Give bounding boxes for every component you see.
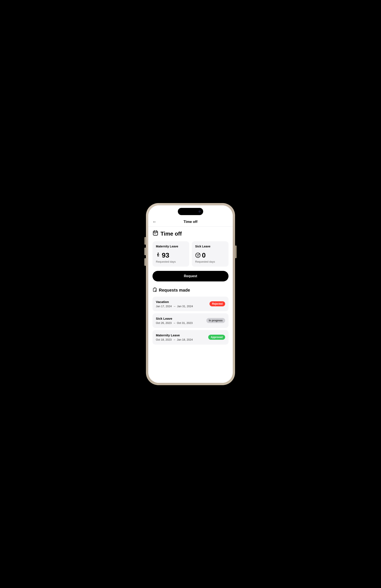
request-vacation-dates: Jan 17, 2024 → Jan 31, 2024 xyxy=(156,305,209,308)
page-header: Time off xyxy=(153,230,228,237)
request-item-maternity-info: Maternity Leave Oct 18, 2023 → Jan 18, 2… xyxy=(156,333,208,341)
svg-point-10 xyxy=(196,253,200,257)
svg-rect-5 xyxy=(155,233,156,234)
sick-icon xyxy=(195,252,201,258)
svg-rect-0 xyxy=(153,231,158,235)
maternity-card-title: Maternity Leave xyxy=(156,245,186,248)
sick-status-badge: In progress xyxy=(206,318,225,323)
clipboard-icon xyxy=(153,287,157,293)
phone-screen: ← Time off xyxy=(148,205,233,383)
request-maternity-title: Maternity Leave xyxy=(156,333,208,337)
sick-arrow-icon: → xyxy=(173,321,176,325)
sick-count-row: 0 xyxy=(195,252,225,259)
page-title: Time off xyxy=(160,231,182,237)
maternity-date-to: Jan 18, 2024 xyxy=(177,338,193,341)
nav-bar: ← Time off xyxy=(148,218,233,227)
request-item-vacation-info: Vacation Jan 17, 2024 → Jan 31, 2024 xyxy=(156,300,209,308)
vacation-arrow-icon: → xyxy=(173,305,176,308)
request-sick-dates: Oct 26, 2023 → Oct 31, 2023 xyxy=(156,321,206,325)
svg-point-6 xyxy=(158,252,159,253)
sick-count: 0 xyxy=(202,252,206,259)
dynamic-island xyxy=(178,208,203,215)
request-maternity-dates: Oct 18, 2023 → Jan 18, 2024 xyxy=(156,338,208,341)
request-item-maternity[interactable]: Maternity Leave Oct 18, 2023 → Jan 18, 2… xyxy=(153,330,228,345)
sick-leave-card: Sick Leave xyxy=(192,241,228,267)
sick-card-title: Sick Leave xyxy=(195,245,225,248)
svg-point-7 xyxy=(158,254,159,255)
maternity-label: Requested days xyxy=(156,260,186,263)
vacation-date-to: Jan 31, 2024 xyxy=(177,305,193,308)
maternity-arrow-icon: → xyxy=(173,338,176,341)
back-button[interactable]: ← xyxy=(153,219,157,224)
main-content: Time off Maternity Leave xyxy=(148,230,233,345)
maternity-icon xyxy=(156,252,160,258)
request-vacation-title: Vacation xyxy=(156,300,209,304)
maternity-count: 93 xyxy=(162,252,169,259)
sick-date-to: Oct 31, 2023 xyxy=(177,321,192,325)
request-item-sick-info: Sick Leave Oct 26, 2023 → Oct 31, 2023 xyxy=(156,317,206,325)
maternity-date-from: Oct 18, 2023 xyxy=(156,338,172,341)
requests-section-title: Requests made xyxy=(159,288,190,293)
request-item-sick[interactable]: Sick Leave Oct 26, 2023 → Oct 31, 2023 I… xyxy=(153,313,228,328)
svg-rect-4 xyxy=(154,233,155,234)
sick-date-from: Oct 26, 2023 xyxy=(156,321,172,325)
sick-label: Requested days xyxy=(195,260,225,263)
screen-content: ← Time off xyxy=(148,205,233,383)
calendar-icon xyxy=(153,230,158,237)
requests-section-header: Requests made xyxy=(153,287,228,293)
phone-frame: ← Time off xyxy=(146,203,235,385)
leave-cards-grid: Maternity Leave xyxy=(153,241,228,267)
maternity-count-row: 93 xyxy=(156,252,186,259)
request-button[interactable]: Request xyxy=(153,271,228,281)
nav-title: Time off xyxy=(183,220,198,224)
vacation-status-badge: Rejected xyxy=(209,301,225,306)
maternity-status-badge: Approved xyxy=(208,335,225,340)
front-camera xyxy=(199,210,201,212)
vacation-date-from: Jan 17, 2024 xyxy=(156,305,172,308)
request-sick-title: Sick Leave xyxy=(156,317,206,320)
maternity-leave-card: Maternity Leave xyxy=(153,241,189,267)
request-item-vacation[interactable]: Vacation Jan 17, 2024 → Jan 31, 2024 Rej… xyxy=(153,297,228,311)
nav-divider xyxy=(148,227,233,227)
requests-list: Vacation Jan 17, 2024 → Jan 31, 2024 Rej… xyxy=(153,297,228,345)
